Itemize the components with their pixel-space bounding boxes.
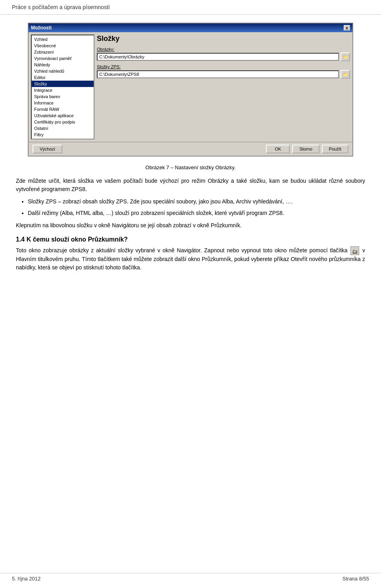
- figure-caption: Obrázek 7 – Nastavení složky Obrázky.: [16, 164, 365, 170]
- body-para2: Klepnutím na libovolnou složku v okně Na…: [16, 221, 365, 230]
- dialog-nav-item-vyrovnávací-paměť[interactable]: Vyrovnávací paměť: [32, 55, 94, 62]
- footer-right: OK Storno Použít: [266, 145, 348, 153]
- dialog-panel: Složky Obrázky: C:\Dokumenty\Obrázky 📁 S…: [97, 35, 350, 139]
- dialog-body: VzhledVšeobecnéZobrazeníVyrovnávací pamě…: [29, 32, 352, 142]
- list-item-1: Složky ZPS – zobrazí obsah složky ZPS. Z…: [28, 197, 365, 206]
- browse-btn-obrazky[interactable]: 📁: [341, 52, 350, 61]
- field-row-slozky-zps: C:\Dokumenty\ZPS8 📁: [97, 70, 350, 79]
- dialog-nav: VzhledVšeobecnéZobrazeníVyrovnávací pamě…: [31, 35, 94, 139]
- field-input-obrazky[interactable]: C:\Dokumenty\Obrázky: [97, 53, 339, 61]
- dialog-nav-item-integrace[interactable]: Integrace: [32, 87, 94, 93]
- footer-left: Výchozí: [33, 145, 62, 153]
- field-row-obrazky: C:\Dokumenty\Obrázky 📁: [97, 52, 350, 61]
- dialog-nav-item-náhledy[interactable]: Náhledy: [32, 62, 94, 68]
- dialog-nav-item-správa-barev[interactable]: Správa barev: [32, 93, 94, 100]
- dialog-nav-item-složky[interactable]: Složky: [32, 81, 94, 87]
- page-header: Práce s počítačem a úprava písemností: [0, 0, 381, 15]
- bullet-list: Složky ZPS – zobrazí obsah složky ZPS. Z…: [28, 197, 365, 217]
- field-label-slozky-zps: Složky ZPS:: [97, 64, 350, 69]
- field-group-slozky-zps: Složky ZPS: C:\Dokumenty\ZPS8 📁: [97, 64, 350, 79]
- main-content: Možnosti x VzhledVšeobecnéZobrazeníVyrov…: [0, 15, 381, 284]
- dialog-title: Možnosti: [31, 25, 52, 31]
- dialog-close-button[interactable]: x: [344, 25, 350, 31]
- dialog-nav-item-zobrazení[interactable]: Zobrazení: [32, 49, 94, 55]
- dialog-titlebar: Možnosti x: [29, 23, 352, 32]
- dialog-nav-item-uživatelské-aplikace[interactable]: Uživatelské aplikace: [32, 112, 94, 119]
- dialog-nav-item-ostatní[interactable]: Ostatní: [32, 125, 94, 132]
- btn-ok[interactable]: OK: [266, 145, 290, 153]
- browse-btn-slozky-zps[interactable]: 📁: [341, 70, 350, 79]
- dialog-nav-item-formát-raw[interactable]: Formát RAW: [32, 106, 94, 112]
- dialog-nav-item-vzhled-náhledů[interactable]: Vzhled náhledů: [32, 68, 94, 74]
- body-para1: Zde můžete určit, která složka ve vašem …: [16, 177, 365, 193]
- dialog-nav-item-certifikáty-pro-podpis[interactable]: Certifikáty pro podpis: [32, 119, 94, 125]
- footer-date: 5. října 2012: [12, 576, 40, 582]
- field-input-slozky-zps[interactable]: C:\Dokumenty\ZPS8: [97, 70, 339, 78]
- footer-page: Strana 8/55: [343, 576, 369, 582]
- dialog-footer: Výchozí OK Storno Použít: [29, 142, 352, 156]
- body-para3: Toto okno zobrazuje obrázky z aktuální s…: [16, 246, 365, 272]
- panel-title: Složky: [97, 35, 350, 43]
- dialog-nav-item-filtry[interactable]: Filtry: [32, 132, 94, 138]
- page-footer: 5. října 2012 Strana 8/55: [0, 573, 381, 584]
- page-header-text: Práce s počítačem a úprava písemností: [12, 4, 110, 10]
- field-group-obrazky: Obrázky: C:\Dokumenty\Obrázky 📁: [97, 47, 350, 61]
- dialog-window: Možnosti x VzhledVšeobecnéZobrazeníVyrov…: [28, 23, 353, 157]
- list-item-2: Další režimy (Alba, HTML alba, …) slouží…: [28, 209, 365, 217]
- body-para3-text: Toto okno zobrazuje obrázky z aktuální s…: [16, 247, 348, 253]
- dialog-nav-item-editor[interactable]: Editor: [32, 74, 94, 81]
- btn-vychozi[interactable]: Výchozí: [33, 145, 62, 153]
- field-label-obrazky: Obrázky:: [97, 47, 350, 52]
- btn-storno[interactable]: Storno: [292, 145, 319, 153]
- dialog-nav-item-vzhled[interactable]: Vzhled: [32, 36, 94, 43]
- inline-folder-icon: [350, 246, 359, 255]
- btn-pouzit[interactable]: Použít: [322, 145, 348, 153]
- dialog-nav-item-všeobecné[interactable]: Všeobecné: [32, 43, 94, 49]
- section-heading: 1.4 K čemu slouží okno Průzkumník?: [16, 236, 365, 243]
- dialog-nav-item-informace[interactable]: Informace: [32, 100, 94, 106]
